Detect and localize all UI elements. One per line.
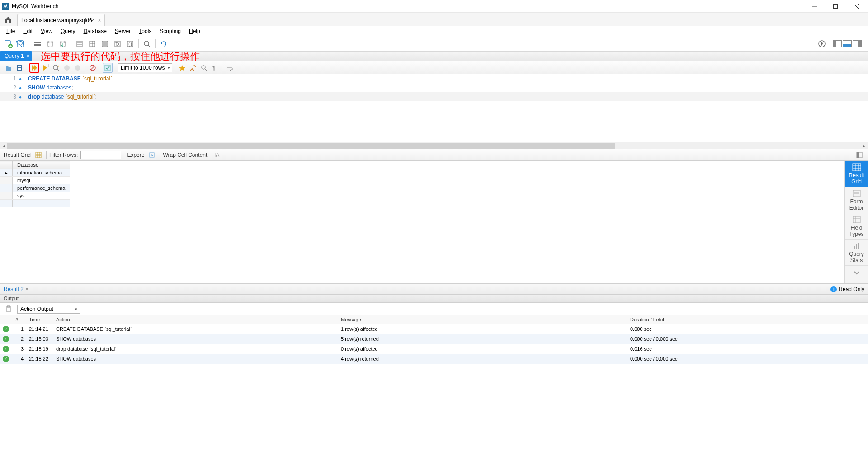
window-minimize-button[interactable] (805, 0, 825, 13)
svg-point-12 (47, 41, 53, 43)
svg-rect-30 (18, 66, 21, 67)
output-panel-header: Output (0, 295, 868, 303)
view-button[interactable] (99, 38, 110, 49)
invisible-chars-icon[interactable]: ¶ (210, 63, 220, 73)
menu-query[interactable]: Query (57, 27, 79, 35)
no-limit-icon[interactable] (88, 63, 98, 73)
menu-server[interactable]: Server (111, 27, 134, 35)
editor-hscrollbar[interactable] (0, 142, 868, 149)
table-row[interactable]: sys (0, 192, 70, 200)
function-button[interactable]: () (125, 38, 136, 49)
svg-line-38 (91, 66, 94, 70)
menu-view[interactable]: View (37, 27, 56, 35)
app-icon (2, 3, 9, 10)
result-grid-icon[interactable] (33, 150, 43, 160)
connection-tab[interactable]: Local instance wampmysqld64 × (17, 14, 105, 26)
sql-editor[interactable]: 1●CREATE DATABASE `sql_tutorial`;2●SHOW … (0, 74, 868, 142)
menu-file[interactable]: File (3, 27, 19, 35)
menu-help[interactable]: Help (185, 27, 204, 35)
export-icon[interactable] (147, 150, 157, 160)
readonly-indicator: i Read Only (830, 286, 864, 292)
svg-point-40 (202, 66, 205, 69)
home-tab[interactable] (0, 13, 16, 26)
find-icon[interactable] (199, 63, 209, 73)
beautify-icon[interactable] (177, 63, 187, 73)
output-row[interactable]: ✓121:14:21CREATE DATABASE `sql_tutorial`… (0, 324, 868, 334)
server-admin-button[interactable] (32, 38, 43, 49)
window-maximize-button[interactable] (826, 0, 845, 13)
open-sql-file-button[interactable]: SQL (15, 38, 26, 49)
query-tab[interactable]: Query 1 × (0, 51, 32, 61)
code-line[interactable]: 3●drop database `sql_tutorial`; (0, 92, 868, 101)
schema-button[interactable] (74, 38, 85, 49)
result-tabbar: Result 2 × i Read Only (0, 284, 868, 295)
result-tab[interactable]: Result 2 × (4, 286, 28, 292)
table-row[interactable]: ▸information_schema (0, 169, 70, 177)
vtab-result-grid[interactable]: Result Grid (845, 161, 868, 187)
enterprise-icon[interactable] (816, 38, 827, 49)
menu-tools[interactable]: Tools (135, 27, 155, 35)
vtab-field-types[interactable]: Field Types (845, 213, 868, 240)
procedure-button[interactable]: fx (112, 38, 123, 49)
query-tab-close[interactable]: × (27, 53, 29, 59)
panel-icon[interactable] (854, 150, 864, 160)
table-row[interactable]: performance_schema (0, 184, 70, 192)
table-row[interactable]: mysql (0, 177, 70, 184)
export-label: Export: (127, 152, 144, 158)
result-grid[interactable]: Database▸information_schemamysqlperforma… (0, 161, 844, 283)
svg-rect-65 (854, 246, 855, 249)
stop-button[interactable] (62, 63, 72, 73)
code-line[interactable]: 2●SHOW databases; (0, 83, 868, 92)
reconnect-button[interactable] (158, 38, 169, 49)
svg-text:¶: ¶ (212, 65, 215, 71)
svg-rect-14 (77, 41, 82, 47)
svg-rect-54 (853, 164, 861, 171)
menu-database[interactable]: Database (80, 27, 110, 35)
search-button[interactable] (142, 38, 152, 49)
panel-toggle-right[interactable] (853, 40, 862, 47)
output-clear-icon[interactable] (4, 304, 14, 314)
panel-toggle-left[interactable] (833, 40, 842, 47)
row-limit-combo[interactable]: Limit to 1000 rows (118, 63, 172, 72)
panel-toggle-bottom[interactable] (843, 40, 852, 47)
autocommit-icon[interactable] (103, 63, 113, 73)
result-vertical-tabs: Result Grid Form Editor Field Types Quer… (844, 161, 868, 283)
svg-rect-62 (853, 216, 860, 223)
execute-button[interactable] (29, 63, 39, 73)
explain-button[interactable] (51, 63, 61, 73)
new-sql-tab-button[interactable] (3, 38, 14, 49)
open-file-icon[interactable] (4, 63, 14, 73)
svg-rect-10 (34, 42, 41, 43)
output-row[interactable]: ✓221:15:03SHOW databases5 row(s) returne… (0, 334, 868, 344)
wrap-cell-icon[interactable]: IA (212, 150, 222, 160)
save-file-icon[interactable] (14, 63, 24, 73)
svg-rect-11 (34, 44, 41, 46)
data-import-button[interactable] (45, 38, 56, 49)
output-row[interactable]: ✓421:18:22SHOW databases4 row(s) returne… (0, 354, 868, 364)
menu-edit[interactable]: Edit (19, 27, 36, 35)
data-export-button[interactable] (57, 38, 68, 49)
vtab-form-editor[interactable]: Form Editor (845, 187, 868, 213)
code-line[interactable]: 1●CREATE DATABASE `sql_tutorial`; (0, 74, 868, 83)
vtab-more[interactable] (845, 266, 868, 279)
vtab-query-stats[interactable]: Query Stats (845, 240, 868, 266)
table-button[interactable] (87, 38, 98, 49)
output-row[interactable]: ✓321:18:19drop database `sql_tutorial`0 … (0, 344, 868, 354)
svg-line-34 (57, 69, 59, 70)
stop2-button[interactable] (73, 63, 83, 73)
result-tab-close[interactable]: × (25, 286, 28, 292)
connection-tab-close[interactable]: × (98, 17, 101, 24)
result-toolbar: Result Grid Filter Rows: Export: Wrap Ce… (0, 149, 868, 161)
svg-text:IA: IA (214, 152, 219, 158)
wrap-icon[interactable] (225, 63, 235, 73)
execute-current-button[interactable]: I (40, 63, 50, 73)
filter-input[interactable] (80, 151, 121, 159)
output-type-combo[interactable]: Action Output (17, 305, 80, 314)
beautify2-icon[interactable] (188, 63, 198, 73)
output-grid[interactable]: #TimeActionMessageDuration / Fetch✓121:1… (0, 315, 868, 364)
annotation-text: 选中要执行的代码，按住他进行操作 (41, 50, 200, 63)
menu-scripting[interactable]: Scripting (156, 27, 184, 35)
svg-rect-66 (856, 244, 857, 249)
svg-point-33 (53, 65, 58, 70)
window-close-button[interactable] (846, 0, 866, 13)
